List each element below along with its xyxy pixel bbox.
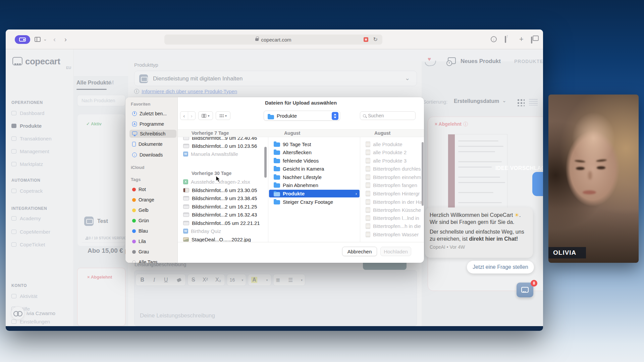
search-icon [363, 114, 366, 117]
idea-side-tab[interactable] [532, 172, 543, 196]
url-bar[interactable]: copecart.com ↻ [164, 35, 382, 45]
folder-item[interactable]: Pain Abnehmen› [274, 181, 318, 189]
chevron-down-icon[interactable]: ⌄ [43, 37, 47, 41]
sidebar-toggle-icon[interactable] [35, 37, 41, 42]
back-icon[interactable]: ‹ [180, 112, 188, 120]
image-thumbnail-icon [366, 199, 370, 205]
file-item[interactable]: Bittertropfen Wasser [366, 231, 419, 238]
chevron-right-icon: › [329, 199, 330, 204]
face-detail [597, 166, 605, 169]
folder-item[interactable]: fehlende Videos› [274, 157, 319, 164]
profile-pill-button[interactable] [15, 35, 30, 44]
image-thumbnail-icon [366, 207, 370, 213]
share-icon[interactable] [505, 37, 506, 43]
scrollbar[interactable] [264, 147, 267, 178]
extension-icon[interactable] [364, 37, 368, 42]
file-item[interactable]: WManuela Anwaltsfälle [183, 150, 238, 158]
path-dropdown[interactable]: Produkte [264, 111, 340, 121]
folder-item[interactable]: 90 Tage Test› [274, 140, 311, 148]
file-item[interactable]: Bittertropfen in der Ha [366, 198, 422, 205]
screenshot-file-icon [183, 196, 189, 200]
file-item[interactable]: Bildschirmfot...2 um 16.21.25 [183, 203, 257, 210]
file-item[interactable]: Bildschirmfot...0 um 10.23.56 [183, 142, 257, 149]
image-file-icon [183, 237, 189, 242]
file-item[interactable]: Bittertropfen l...lnd in [366, 214, 419, 222]
tag-gruen[interactable]: Grün [129, 217, 176, 225]
screenshot-file-icon [183, 221, 189, 225]
folder-item-selected[interactable]: Produkte› [269, 190, 360, 197]
face-detail [583, 190, 596, 194]
tag-grau[interactable]: Grau [129, 248, 176, 256]
file-item[interactable]: Bildschirmfot...9 um 23.38.45 [183, 194, 257, 202]
tab-overview-icon[interactable] [531, 37, 532, 43]
path-value: Produkte [277, 113, 297, 119]
column-view-button[interactable]: ▾ [198, 111, 213, 120]
ask-question-button[interactable]: Jetzt eine Frage stellen [467, 261, 534, 274]
downloads-icon[interactable]: ↓ [491, 36, 497, 42]
folder-item[interactable]: Gesicht in Kamera› [274, 165, 324, 172]
screenshot-file-icon [183, 213, 189, 217]
chevron-right-icon: › [320, 166, 321, 171]
tag-rot[interactable]: Rot [129, 185, 176, 193]
folder-icon [274, 159, 280, 163]
idea-button-label[interactable]: IDEE VORSCHLAGEN! [495, 165, 543, 171]
sidebar-item-applications[interactable]: AProgramme [129, 120, 176, 128]
forward-icon[interactable]: › [64, 36, 67, 43]
file-item[interactable]: Bittertropfen...h in die [366, 222, 421, 230]
tag-dot-purple [132, 240, 136, 243]
file-item[interactable]: alle Produkte 2 [366, 148, 407, 156]
window-bottom-edge [6, 326, 543, 331]
sidebar-item-recents[interactable]: Zuletzt ben... [129, 110, 176, 118]
folder-item[interactable]: Nachher Lifestyle› [274, 173, 322, 181]
tag-lila[interactable]: Lila [129, 237, 176, 245]
sidebar-item-desktop[interactable]: Schreibtisch [129, 130, 176, 138]
document-icon [132, 142, 136, 146]
scrollbar[interactable] [422, 142, 424, 206]
app-icon: A [132, 122, 137, 126]
image-thumbnail-icon [366, 223, 370, 229]
url-text: copecart.com [261, 37, 291, 43]
file-item[interactable]: Bittertropfen Küssche [366, 206, 421, 214]
tag-orange[interactable]: Orange [129, 196, 176, 204]
tag-alle[interactable]: Alle Tags [129, 258, 176, 263]
screenshot-file-icon [183, 188, 189, 192]
tag-blau[interactable]: Blau [129, 227, 176, 235]
chat-line-1: Herzlich Willkommen bei CopeCart ☀. [430, 212, 528, 219]
sidebar-item-documents[interactable]: Dokumente [129, 140, 176, 148]
column-view-icon [202, 114, 206, 118]
file-item[interactable]: Bildschirmfot...05 um 22.21.21 [183, 219, 260, 227]
file-item[interactable]: Bittertropfen einnehm [366, 173, 421, 181]
tag-gelb[interactable]: Gelb [129, 206, 176, 214]
new-tab-icon[interactable]: + [519, 36, 524, 43]
folder-item[interactable]: Steiger Crazy Footage› [274, 198, 333, 205]
sidebar-item-downloads[interactable]: ↓Downloads [129, 151, 176, 159]
browser-chrome: ⌄ ‹ › copecart.com ↻ ↓ + [6, 29, 543, 49]
excel-file-icon: X [183, 179, 188, 184]
screenshot-file-icon [183, 144, 189, 148]
file-item[interactable]: alle Produkte [366, 140, 402, 148]
folder-item[interactable]: Altersflecken› [274, 148, 312, 156]
forward-icon[interactable]: › [188, 112, 196, 120]
file-item[interactable]: alle Produkte 3 [366, 157, 407, 164]
image-thumbnail-icon [366, 149, 370, 155]
stepper-icon[interactable] [332, 112, 338, 120]
file-item[interactable]: Bittertropfen durchles [366, 165, 421, 172]
file-item[interactable]: Bildschirmfot...2 um 16.32.43 [183, 211, 257, 218]
dialog-search-input[interactable]: Suchen [360, 111, 416, 120]
file-item[interactable]: WBirthday Quiz [183, 227, 221, 235]
file-item[interactable]: Bittertropfen Hintergr [366, 190, 420, 197]
file-item[interactable]: StageDeal...O......2022.jpg [183, 236, 251, 242]
face-detail [576, 167, 585, 170]
copecart-mark-icon [521, 287, 529, 293]
cancel-button[interactable]: Abbrechen [342, 247, 377, 256]
file-item[interactable]: Bildschirmfot...9 um 22.40.46 [183, 137, 257, 141]
group-by-button[interactable]: ▾ [216, 111, 230, 120]
folder-icon [274, 200, 280, 204]
file-item[interactable]: Bildschirmfot...6 um 23.30.05 [183, 186, 257, 194]
upload-button[interactable]: Hochladen [380, 247, 411, 256]
back-icon[interactable]: ‹ [53, 36, 56, 43]
reload-icon[interactable]: ↻ [373, 36, 378, 43]
image-thumbnail-icon [366, 232, 370, 237]
tag-dot-red [132, 188, 136, 191]
file-item[interactable]: Bittertropfen fangen [366, 181, 417, 189]
